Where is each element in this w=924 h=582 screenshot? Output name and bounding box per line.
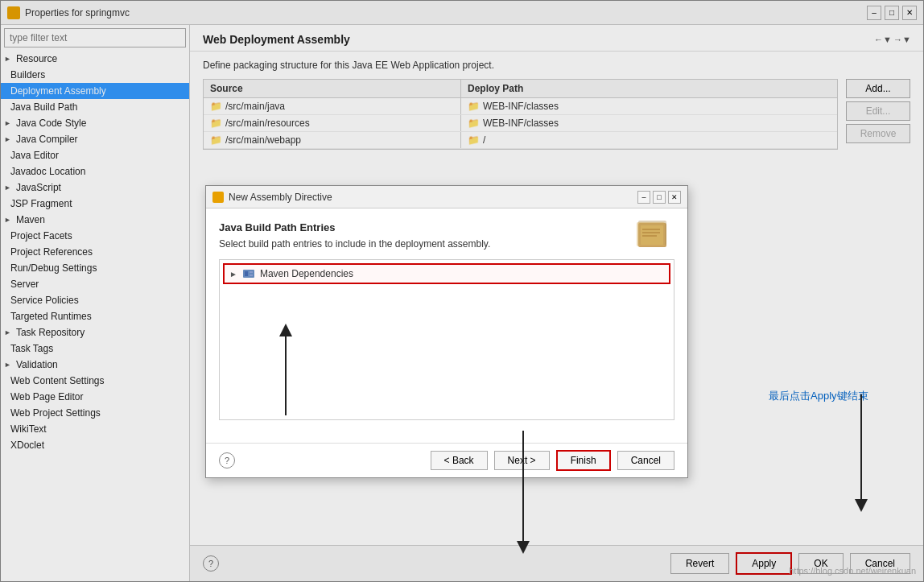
book-decoration-icon [634,219,674,255]
modal-help-button[interactable]: ? [219,452,235,468]
back-button[interactable]: < Back [431,451,488,470]
modal-list-area: ► Maven Dependencies [219,259,674,420]
finish-button[interactable]: Finish [556,450,611,471]
modal-body: Java Build Path Entries Select build pat… [206,208,687,443]
modal-maximize-button[interactable]: □ [653,191,666,204]
modal-minimize-button[interactable]: – [637,191,650,204]
svg-rect-8 [245,271,248,276]
next-button[interactable]: Next > [494,451,550,470]
maven-dependencies-label: Maven Dependencies [260,268,353,279]
modal-footer: ? < Back Next > Finish Cancel [206,443,687,477]
svg-rect-6 [637,222,665,246]
modal-heading: Java Build Path Entries [219,221,674,233]
modal-icon [212,192,224,203]
modal-title-left: New Assembly Directive [212,192,332,203]
modal-description: Select build path entries to include in … [219,238,674,250]
maven-icon [242,268,255,279]
modal-controls: – □ ✕ [637,191,681,204]
modal-cancel-button[interactable]: Cancel [617,451,674,470]
modal-title-text: New Assembly Directive [229,192,332,203]
svg-rect-9 [250,271,253,273]
maven-dependencies-item[interactable]: ► Maven Dependencies [223,263,670,284]
modal-dialog: New Assembly Directive – □ ✕ Java Build … [205,185,688,478]
modal-title-bar: New Assembly Directive – □ ✕ [206,186,687,208]
svg-rect-10 [250,274,253,276]
modal-close-button[interactable]: ✕ [668,191,681,204]
expand-arrow-icon: ► [229,270,237,279]
